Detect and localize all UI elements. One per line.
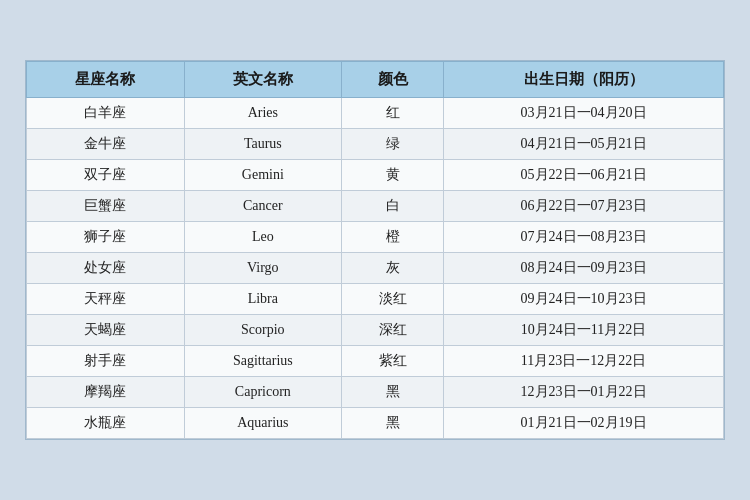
table-cell-1: Virgo: [184, 253, 342, 284]
col-header-chinese: 星座名称: [27, 62, 185, 98]
table-cell-1: Aquarius: [184, 408, 342, 439]
col-header-english: 英文名称: [184, 62, 342, 98]
table-cell-1: Scorpio: [184, 315, 342, 346]
table-cell-3: 11月23日一12月22日: [444, 346, 724, 377]
table-cell-2: 灰: [342, 253, 444, 284]
table-cell-0: 双子座: [27, 160, 185, 191]
table-cell-2: 淡红: [342, 284, 444, 315]
table-cell-2: 黑: [342, 408, 444, 439]
table-row: 天秤座Libra淡红09月24日一10月23日: [27, 284, 724, 315]
table-cell-3: 06月22日一07月23日: [444, 191, 724, 222]
table-cell-3: 05月22日一06月21日: [444, 160, 724, 191]
table-cell-1: Libra: [184, 284, 342, 315]
table-row: 摩羯座Capricorn黑12月23日一01月22日: [27, 377, 724, 408]
table-cell-2: 紫红: [342, 346, 444, 377]
table-cell-2: 黄: [342, 160, 444, 191]
table-cell-2: 黑: [342, 377, 444, 408]
table-row: 金牛座Taurus绿04月21日一05月21日: [27, 129, 724, 160]
table-cell-3: 12月23日一01月22日: [444, 377, 724, 408]
table-cell-3: 10月24日一11月22日: [444, 315, 724, 346]
table-cell-2: 白: [342, 191, 444, 222]
table-cell-2: 橙: [342, 222, 444, 253]
table-cell-0: 天秤座: [27, 284, 185, 315]
col-header-dates: 出生日期（阳历）: [444, 62, 724, 98]
zodiac-table-container: 星座名称 英文名称 颜色 出生日期（阳历） 白羊座Aries红03月21日一04…: [25, 60, 725, 440]
table-row: 水瓶座Aquarius黑01月21日一02月19日: [27, 408, 724, 439]
table-cell-3: 04月21日一05月21日: [444, 129, 724, 160]
table-row: 处女座Virgo灰08月24日一09月23日: [27, 253, 724, 284]
table-cell-1: Taurus: [184, 129, 342, 160]
table-cell-3: 01月21日一02月19日: [444, 408, 724, 439]
table-cell-0: 处女座: [27, 253, 185, 284]
table-cell-0: 天蝎座: [27, 315, 185, 346]
table-cell-0: 金牛座: [27, 129, 185, 160]
zodiac-table: 星座名称 英文名称 颜色 出生日期（阳历） 白羊座Aries红03月21日一04…: [26, 61, 724, 439]
table-row: 射手座Sagittarius紫红11月23日一12月22日: [27, 346, 724, 377]
table-cell-2: 绿: [342, 129, 444, 160]
table-cell-1: Gemini: [184, 160, 342, 191]
table-header-row: 星座名称 英文名称 颜色 出生日期（阳历）: [27, 62, 724, 98]
table-row: 巨蟹座Cancer白06月22日一07月23日: [27, 191, 724, 222]
col-header-color: 颜色: [342, 62, 444, 98]
table-cell-2: 红: [342, 98, 444, 129]
table-cell-3: 09月24日一10月23日: [444, 284, 724, 315]
table-row: 天蝎座Scorpio深红10月24日一11月22日: [27, 315, 724, 346]
table-cell-0: 射手座: [27, 346, 185, 377]
table-cell-0: 水瓶座: [27, 408, 185, 439]
table-cell-2: 深红: [342, 315, 444, 346]
table-cell-3: 03月21日一04月20日: [444, 98, 724, 129]
table-cell-1: Leo: [184, 222, 342, 253]
table-row: 狮子座Leo橙07月24日一08月23日: [27, 222, 724, 253]
table-cell-3: 08月24日一09月23日: [444, 253, 724, 284]
table-body: 白羊座Aries红03月21日一04月20日金牛座Taurus绿04月21日一0…: [27, 98, 724, 439]
table-cell-0: 摩羯座: [27, 377, 185, 408]
table-cell-1: Capricorn: [184, 377, 342, 408]
table-cell-1: Sagittarius: [184, 346, 342, 377]
table-row: 白羊座Aries红03月21日一04月20日: [27, 98, 724, 129]
table-cell-0: 巨蟹座: [27, 191, 185, 222]
table-row: 双子座Gemini黄05月22日一06月21日: [27, 160, 724, 191]
table-cell-0: 白羊座: [27, 98, 185, 129]
table-cell-1: Cancer: [184, 191, 342, 222]
table-cell-0: 狮子座: [27, 222, 185, 253]
table-cell-3: 07月24日一08月23日: [444, 222, 724, 253]
table-cell-1: Aries: [184, 98, 342, 129]
